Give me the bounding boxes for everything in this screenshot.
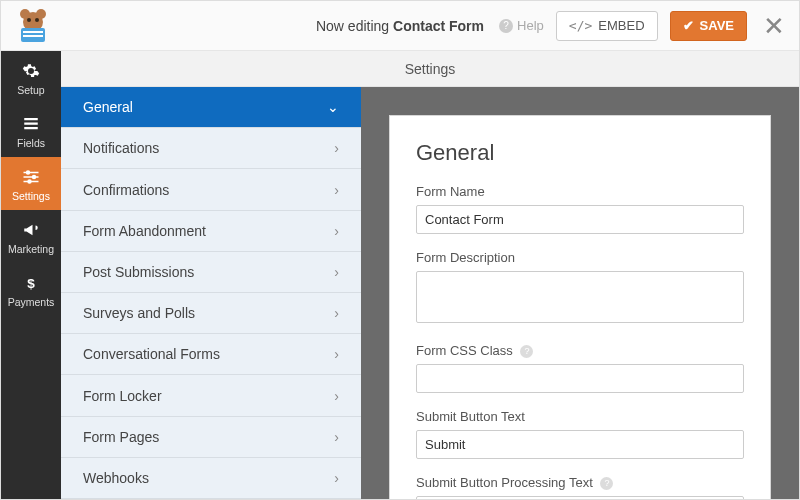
help-icon[interactable]: ? [520,345,533,358]
settings-menu-webhooks[interactable]: Webhooks › [61,458,361,499]
menu-label: Form Locker [83,388,162,404]
nav-settings[interactable]: Settings [1,157,61,210]
nav-label: Fields [17,137,45,149]
processing-text-input[interactable] [416,496,744,499]
editing-prefix: Now editing [316,18,389,34]
form-css-label-text: Form CSS Class [416,343,513,358]
menu-label: Form Pages [83,429,159,445]
chevron-right-icon: › [334,264,339,280]
form-name-input[interactable] [416,205,744,234]
settings-menu-post-submissions[interactable]: Post Submissions › [61,252,361,293]
menu-label: Form Abandonment [83,223,206,239]
chevron-right-icon: › [334,388,339,404]
editing-form-name: Contact Form [393,18,484,34]
menu-label: Confirmations [83,182,169,198]
menu-label: General [83,99,133,115]
save-button[interactable]: ✔ SAVE [670,11,747,41]
form-desc-label: Form Description [416,250,744,265]
processing-text-label: Submit Button Processing Text ? [416,475,744,490]
settings-menu-confirmations[interactable]: Confirmations › [61,169,361,210]
panel-heading: General [416,140,744,166]
settings-menu: General ⌄ Notifications › Confirmations … [61,87,361,499]
help-label: Help [517,18,544,33]
submit-text-label: Submit Button Text [416,409,744,424]
svg-text:$: $ [27,276,35,291]
menu-label: Surveys and Polls [83,305,195,321]
embed-button[interactable]: </> EMBED [556,11,658,41]
app-logo [11,4,55,48]
sliders-icon [21,167,41,187]
chevron-down-icon: ⌄ [327,99,339,115]
help-icon[interactable]: ? [600,477,613,490]
nav-label: Marketing [8,243,54,255]
general-panel: General Form Name Form Description Form … [389,115,771,499]
svg-point-3 [27,18,31,22]
nav-label: Payments [8,296,55,308]
nav-marketing[interactable]: Marketing [1,210,61,263]
dollar-icon: $ [21,273,41,293]
menu-label: Post Submissions [83,264,194,280]
form-desc-input[interactable] [416,271,744,323]
nav-fields[interactable]: Fields [1,104,61,157]
chevron-right-icon: › [334,305,339,321]
megaphone-icon [21,220,41,240]
settings-menu-surveys-polls[interactable]: Surveys and Polls › [61,293,361,334]
menu-label: Webhooks [83,470,149,486]
form-css-input[interactable] [416,364,744,393]
settings-canvas: General Form Name Form Description Form … [361,87,799,499]
check-icon: ✔ [683,18,694,33]
chevron-right-icon: › [334,140,339,156]
chevron-right-icon: › [334,346,339,362]
nav-setup[interactable]: Setup [1,51,61,104]
embed-label: EMBED [598,18,644,33]
settings-menu-notifications[interactable]: Notifications › [61,128,361,169]
app-header: Now editing Contact Form ? Help </> EMBE… [1,1,799,51]
field-form-name: Form Name [416,184,744,234]
field-submit-text: Submit Button Text [416,409,744,459]
chevron-right-icon: › [334,182,339,198]
list-icon [21,114,41,134]
chevron-right-icon: › [334,429,339,445]
field-form-description: Form Description [416,250,744,327]
svg-rect-9 [24,123,38,125]
close-button[interactable]: ✕ [759,13,789,39]
nav-label: Settings [12,190,50,202]
menu-label: Conversational Forms [83,346,220,362]
settings-menu-form-pages[interactable]: Form Pages › [61,417,361,458]
svg-point-12 [26,170,31,175]
chevron-right-icon: › [334,470,339,486]
field-processing-text: Submit Button Processing Text ? [416,475,744,499]
form-name-label: Form Name [416,184,744,199]
svg-point-16 [27,179,32,184]
svg-point-1 [20,9,30,19]
field-form-css: Form CSS Class ? [416,343,744,393]
page-title: Settings [61,51,799,87]
svg-point-14 [32,175,37,180]
settings-menu-form-abandonment[interactable]: Form Abandonment › [61,211,361,252]
svg-rect-8 [24,118,38,120]
svg-point-4 [35,18,39,22]
help-icon: ? [499,19,513,33]
svg-point-2 [36,9,46,19]
settings-menu-form-locker[interactable]: Form Locker › [61,375,361,416]
chevron-right-icon: › [334,223,339,239]
save-label: SAVE [700,18,734,33]
svg-rect-7 [23,35,43,37]
processing-label-text: Submit Button Processing Text [416,475,593,490]
nav-label: Setup [17,84,44,96]
nav-payments[interactable]: $ Payments [1,263,61,316]
form-css-label: Form CSS Class ? [416,343,744,358]
svg-rect-10 [24,127,38,129]
embed-icon: </> [569,18,592,33]
help-link[interactable]: ? Help [499,18,544,33]
svg-rect-6 [23,31,43,33]
submit-text-input[interactable] [416,430,744,459]
gear-icon [21,61,41,81]
settings-menu-general[interactable]: General ⌄ [61,87,361,128]
settings-menu-conversational[interactable]: Conversational Forms › [61,334,361,375]
left-nav: Setup Fields Settings Marketing $ Paymen… [1,51,61,499]
menu-label: Notifications [83,140,159,156]
